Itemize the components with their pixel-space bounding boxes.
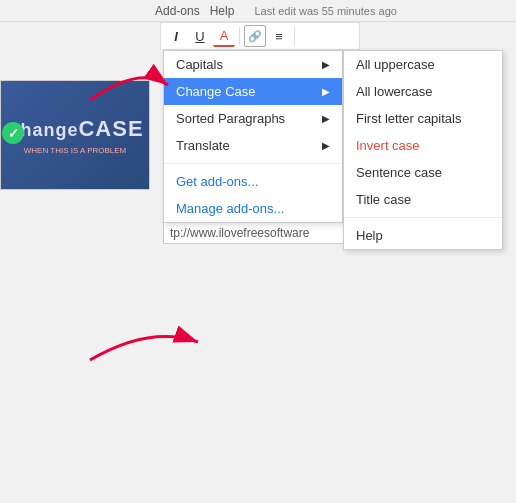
manage-addons-top[interactable]: Manage add-ons... bbox=[164, 195, 342, 222]
arrow-icon-4: ▶ bbox=[322, 140, 330, 151]
menu-item-change-case-top[interactable]: Change Case ▶ bbox=[164, 78, 342, 105]
submenu-top: All uppercase All lowercase First letter… bbox=[343, 50, 503, 250]
color-button-top[interactable]: A bbox=[213, 25, 235, 47]
title-case-item[interactable]: Title case bbox=[344, 186, 502, 213]
card-top-title: ChangeCASE bbox=[6, 116, 143, 142]
last-edit-top: Last edit was 55 minutes ago bbox=[254, 5, 396, 17]
submenu-separator-top bbox=[344, 217, 502, 218]
bottom-section: Add-ons Help Last edit was 52 minutes ag… bbox=[0, 270, 516, 503]
get-addons-top[interactable]: Get add-ons... bbox=[164, 168, 342, 195]
menu-item-translate-top[interactable]: Translate ▶ bbox=[164, 132, 342, 159]
arrow-icon: ▶ bbox=[322, 59, 330, 70]
invert-case-item[interactable]: Invert case bbox=[344, 132, 502, 159]
card-top-subtitle: WHEN THIS IS A PROBLEM bbox=[24, 146, 127, 155]
link-button-top[interactable]: 🔗 bbox=[244, 25, 266, 47]
align-button-top[interactable]: ≡ bbox=[268, 25, 290, 47]
all-uppercase-item[interactable]: All uppercase bbox=[344, 51, 502, 78]
menu-item-capitals-top[interactable]: Capitals ▶ bbox=[164, 51, 342, 78]
first-letter-capitals-item[interactable]: First letter capitals bbox=[344, 105, 502, 132]
addons-menu-top[interactable]: Add-ons bbox=[155, 4, 200, 18]
top-section: Add-ons Help Last edit was 55 minutes ag… bbox=[0, 0, 516, 270]
toolbar-divider bbox=[239, 27, 240, 45]
toolbar-divider2 bbox=[294, 27, 295, 45]
arrow-icon-2: ▶ bbox=[322, 86, 330, 97]
separator-top bbox=[164, 163, 342, 164]
formatting-toolbar-top: I U A 🔗 ≡ bbox=[160, 22, 360, 50]
help-menu-top[interactable]: Help bbox=[210, 4, 235, 18]
arrow-icon-3: ▶ bbox=[322, 113, 330, 124]
underline-button-top[interactable]: U bbox=[189, 25, 211, 47]
sentence-case-item[interactable]: Sentence case bbox=[344, 159, 502, 186]
italic-button-top[interactable]: I bbox=[165, 25, 187, 47]
all-lowercase-item[interactable]: All lowercase bbox=[344, 78, 502, 105]
dropdown-menu-top: Capitals ▶ Change Case ▶ Sorted Paragrap… bbox=[163, 50, 343, 223]
checkmark-top: ✓ bbox=[2, 122, 24, 144]
menu-item-sorted-paragraphs-top[interactable]: Sorted Paragraphs ▶ bbox=[164, 105, 342, 132]
help-item-top[interactable]: Help bbox=[344, 222, 502, 249]
menubar-top: Add-ons Help Last edit was 55 minutes ag… bbox=[0, 0, 516, 22]
